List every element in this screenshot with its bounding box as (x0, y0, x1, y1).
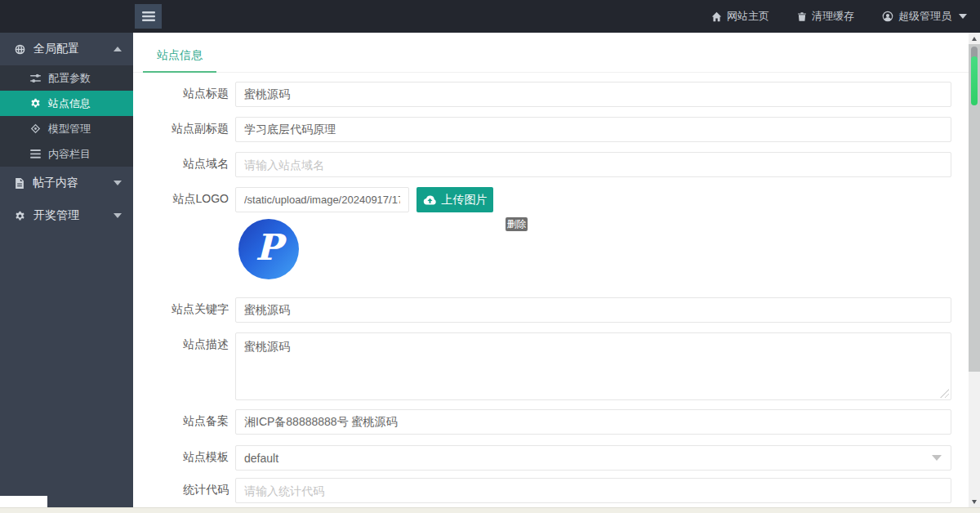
site-keywords-input[interactable] (235, 297, 951, 323)
globe-icon (15, 44, 25, 55)
form-row-site-subtitle: 站点副标题 (133, 117, 951, 142)
sidebar-subitem-site-info[interactable]: 站点信息 (0, 91, 133, 116)
sidebar-subitem-label: 内容栏目 (48, 147, 91, 162)
form-row-site-title: 站点标题 (133, 82, 951, 107)
field-label-site-description: 站点描述 (133, 332, 229, 352)
site-domain-input[interactable] (235, 152, 951, 177)
gear-icon (30, 98, 41, 109)
sidebar-subitem-content-columns[interactable]: 内容栏目 (0, 141, 133, 167)
select-caret-icon (932, 455, 942, 461)
sidebar-item-label: 开奖管理 (33, 208, 79, 223)
sidebar-subitem-label: 模型管理 (48, 122, 91, 136)
caret-up-icon (114, 47, 122, 51)
select-value: default (244, 452, 278, 465)
field-label-site-domain: 站点域名 (133, 152, 229, 172)
site-subtitle-input[interactable] (235, 117, 951, 142)
horizontal-scrollbar-track[interactable] (0, 507, 980, 513)
form-row-site-logo: 站点LOGO上传图片 (133, 187, 951, 212)
upload-button-label: 上传图片 (442, 193, 488, 207)
caret-down-icon (114, 213, 122, 218)
sidebar-menu: 全局配置配置参数站点信息模型管理内容栏目帖子内容开奖管理 (0, 33, 133, 232)
caret-down-icon (114, 181, 122, 185)
cloud-upload-icon (423, 195, 437, 205)
form-row-site-keywords: 站点关键字 (133, 297, 951, 323)
upload-image-button[interactable]: 上传图片 (416, 187, 493, 212)
delete-image-button[interactable]: 删除 (506, 217, 528, 231)
gear-icon (15, 211, 25, 221)
sidebar-item-post-content[interactable]: 帖子内容 (0, 167, 133, 199)
submenu-global-config: 配置参数站点信息模型管理内容栏目 (0, 65, 133, 167)
scroll-down-arrow-icon[interactable] (972, 500, 977, 504)
home-icon (711, 11, 722, 22)
field-label-site-template: 站点模板 (133, 445, 229, 465)
topbar-link-admin-user[interactable]: 超级管理员 (882, 9, 967, 24)
site-info-form: 站点标题站点副标题站点域名删除P站点LOGO上传图片站点关键字站点描述站点备案站… (133, 33, 969, 507)
topbar-right: 网站主页清理缓存超级管理员 (711, 0, 967, 33)
topbar-link-label: 网站主页 (727, 9, 769, 24)
sidebar-subitem-label: 配置参数 (48, 71, 91, 86)
field-label-site-title: 站点标题 (133, 82, 229, 101)
vertical-scrollbar-track[interactable] (969, 33, 980, 507)
green-scrollbar-thumb[interactable] (971, 56, 978, 105)
caret-down-icon (959, 14, 967, 19)
field-label-site-subtitle: 站点副标题 (133, 117, 229, 136)
form-row-site-icp: 站点备案 (133, 409, 951, 435)
form-row-site-domain: 站点域名 (133, 152, 951, 177)
topbar-link-site-home[interactable]: 网站主页 (711, 9, 769, 24)
trash-icon (797, 11, 807, 22)
bottom-left-block (0, 496, 47, 507)
topbar: 网站主页清理缓存超级管理员 (0, 0, 980, 33)
topbar-link-label: 超级管理员 (898, 9, 951, 24)
site-icp-input[interactable] (235, 409, 951, 435)
sidebar: 全局配置配置参数站点信息模型管理内容栏目帖子内容开奖管理 (0, 33, 133, 507)
main-content: 站点信息 站点标题站点副标题站点域名删除P站点LOGO上传图片站点关键字站点描述… (133, 33, 969, 507)
sidebar-subitem-config-params[interactable]: 配置参数 (0, 65, 133, 91)
user-icon (882, 11, 893, 22)
site-logo-input[interactable] (235, 187, 409, 212)
sidebar-item-label: 全局配置 (33, 42, 79, 56)
form-row-site-description: 站点描述 (133, 332, 951, 400)
form-row-site-template: 站点模板default (133, 445, 951, 471)
sidebar-item-global-config[interactable]: 全局配置 (0, 33, 133, 65)
site-logo-image: P (238, 219, 299, 279)
site-template-select[interactable]: default (235, 445, 951, 471)
logo-letter: P (255, 230, 282, 265)
sidebar-toggle-button[interactable] (135, 4, 162, 29)
scroll-up-arrow-icon[interactable] (972, 37, 977, 41)
list-icon (30, 149, 41, 158)
field-label-site-logo: 站点LOGO (133, 187, 229, 207)
topbar-link-clear-cache[interactable]: 清理缓存 (797, 9, 854, 24)
sidebar-item-label: 帖子内容 (33, 176, 78, 190)
field-label-site-keywords: 站点关键字 (133, 297, 229, 317)
form-row-stats-code: 统计代码 (133, 478, 951, 503)
site-description-textarea[interactable] (235, 332, 951, 400)
site-title-input[interactable] (235, 82, 951, 107)
hamburger-icon (142, 11, 155, 22)
stats-code-input[interactable] (235, 478, 951, 503)
sliders-icon (30, 74, 41, 83)
topbar-link-label: 清理缓存 (812, 9, 854, 24)
sidebar-subitem-model-manage[interactable]: 模型管理 (0, 116, 133, 141)
sidebar-subitem-label: 站点信息 (48, 96, 91, 111)
diamond-icon (30, 123, 41, 134)
field-label-site-icp: 站点备案 (133, 409, 229, 429)
document-icon (15, 178, 24, 189)
sidebar-item-lottery-manage[interactable]: 开奖管理 (0, 199, 133, 232)
field-label-stats-code: 统计代码 (133, 478, 229, 497)
